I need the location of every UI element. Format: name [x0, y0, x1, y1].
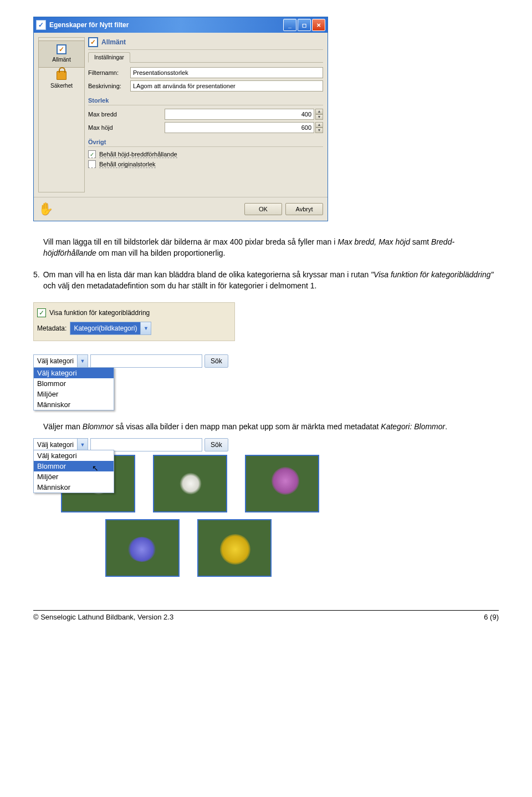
option[interactable]: Välj kategori: [34, 450, 114, 461]
max-bredd-spinner[interactable]: ▲ ▼: [315, 109, 323, 120]
chevron-up-icon[interactable]: ▲: [315, 109, 323, 114]
search-block-1: Välj kategori ▼ Sök Välj kategori Blommo…: [33, 354, 255, 410]
sidebar-item-sakerhet[interactable]: Säkerhet: [39, 67, 84, 93]
paragraph-2: 5.Om man vill ha en lista där man kan bl…: [33, 270, 499, 291]
sidebar-item-allmant[interactable]: ✓ Allmänt: [38, 40, 85, 68]
chevron-down-icon[interactable]: ▼: [315, 128, 323, 133]
gallery-block: Välj kategori ▼ Sök Välj kategori Blommo…: [33, 455, 454, 577]
panel-header: ✓ Allmänt: [88, 37, 323, 50]
paragraph-3: Väljer man Blommor så visas alla bilder …: [33, 422, 499, 433]
check-icon: ✓: [55, 43, 68, 55]
group-ovrigt: Övrigt: [88, 139, 323, 147]
page-footer: © Senselogic Lathund Bildbank, Version 2…: [33, 610, 499, 621]
beskrivning-input[interactable]: [130, 80, 323, 92]
metadata-select[interactable]: Kategori(bildkategori) ▼: [70, 322, 151, 335]
lock-icon: [55, 69, 68, 82]
thumbnail[interactable]: [197, 519, 272, 577]
search-input[interactable]: [90, 354, 202, 368]
hand-icon: ✋: [38, 202, 53, 216]
chevron-down-icon[interactable]: ▼: [77, 439, 88, 451]
minimize-button[interactable]: _: [283, 19, 296, 31]
option[interactable]: Miljöer: [34, 389, 114, 399]
keep-ratio-label: Behåll höjd-breddförhållande: [99, 151, 177, 158]
option[interactable]: Människor: [34, 399, 114, 410]
footer-right: 6 (9): [484, 613, 499, 621]
sok-button[interactable]: Sök: [204, 354, 228, 368]
category-dropdown-2: Välj kategori Blommor Miljöer Människor: [33, 450, 114, 493]
check-icon: ✓: [88, 37, 98, 47]
dialog-sidebar: ✓ Allmänt Säkerhet: [38, 37, 85, 192]
max-hojd-input[interactable]: [165, 122, 314, 133]
footer-left: © Senselogic Lathund Bildbank, Version 2…: [33, 613, 173, 621]
avbryt-button[interactable]: Avbryt: [285, 203, 323, 215]
option[interactable]: Blommor: [34, 461, 114, 471]
option[interactable]: Blommor: [34, 378, 114, 389]
app-icon: ✓: [36, 20, 46, 30]
keep-ratio-checkbox[interactable]: ✓: [88, 150, 96, 158]
thumbnail[interactable]: [105, 519, 180, 577]
tab-installningar[interactable]: Inställningar: [88, 52, 130, 63]
option[interactable]: Miljöer: [34, 471, 114, 482]
chevron-down-icon[interactable]: ▼: [77, 355, 88, 367]
filternamn-input[interactable]: [130, 67, 323, 78]
group-storlek: Storlek: [88, 97, 323, 105]
max-bredd-input[interactable]: [165, 109, 314, 120]
chevron-down-icon[interactable]: ▼: [315, 114, 323, 120]
max-bredd-label: Max bredd: [88, 111, 165, 118]
metadata-panel: ✓ Visa funktion för kategoribläddring Me…: [33, 302, 235, 341]
max-hojd-label: Max höjd: [88, 124, 165, 131]
option[interactable]: Välj kategori: [34, 368, 114, 378]
category-select[interactable]: Välj kategori ▼: [33, 354, 88, 368]
filternamn-label: Filternamn:: [88, 69, 130, 76]
max-hojd-spinner[interactable]: ▲ ▼: [315, 122, 323, 133]
maximize-button[interactable]: ◻: [298, 19, 311, 31]
keep-original-checkbox[interactable]: [88, 160, 96, 168]
thumbnail[interactable]: [153, 455, 227, 512]
titlebar[interactable]: ✓ Egenskaper för Nytt filter _ ◻ ✕: [34, 17, 328, 33]
filter-properties-dialog: ✓ Egenskaper för Nytt filter _ ◻ ✕ ✓ All…: [33, 17, 328, 221]
paragraph-1: Vill man lägga till en till bildstorlek …: [33, 237, 499, 258]
thumbnail[interactable]: [245, 455, 319, 512]
beskrivning-label: Beskrivning:: [88, 83, 130, 89]
ok-button[interactable]: OK: [244, 203, 282, 215]
chevron-up-icon[interactable]: ▲: [315, 122, 323, 128]
category-browse-label: Visa funktion för kategoribläddring: [49, 309, 150, 317]
metadata-label: Metadata:: [37, 324, 66, 332]
category-browse-checkbox[interactable]: ✓: [37, 308, 46, 317]
option[interactable]: Människor: [34, 482, 114, 493]
sok-button-2[interactable]: Sök: [204, 438, 228, 451]
window-title: Egenskaper för Nytt filter: [49, 21, 282, 29]
cursor-icon: ↖: [92, 464, 99, 473]
category-dropdown: Välj kategori Blommor Miljöer Människor: [33, 367, 114, 410]
chevron-down-icon[interactable]: ▼: [140, 322, 151, 334]
keep-original-label: Behåll originalstorlek: [99, 161, 156, 168]
close-button[interactable]: ✕: [312, 19, 325, 31]
